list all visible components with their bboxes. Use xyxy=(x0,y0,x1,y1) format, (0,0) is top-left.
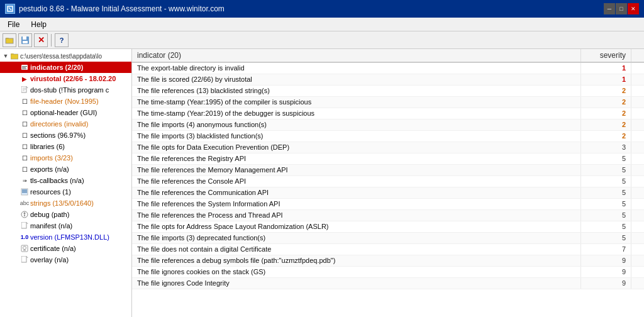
table-row[interactable]: The file ignores Code Integrity 9 xyxy=(132,278,644,289)
tree-item-manifest[interactable]: manifest (n/a) xyxy=(0,220,131,231)
tree-item-optional-header[interactable]: ☐ optional-header (GUI) xyxy=(0,107,131,118)
save-button[interactable] xyxy=(18,33,32,47)
expand-tls-icon xyxy=(11,176,20,185)
expand-ver-icon xyxy=(11,233,20,242)
manifest-label: manifest (n/a) xyxy=(30,222,72,230)
extra-cell xyxy=(631,131,644,142)
expand-lib-icon xyxy=(11,142,20,151)
close-button[interactable]: ✕ xyxy=(628,3,639,14)
tree-item-tls-callbacks[interactable]: ⇒ tls-callbacks (n/a) xyxy=(0,175,131,186)
severity-cell: 2 xyxy=(581,108,631,119)
tree-item-virustotal[interactable]: ▶ virustotal (22/66 - 18.02.20 xyxy=(0,73,131,84)
tree-item-resources[interactable]: resources (1) xyxy=(0,186,131,197)
strings-label: strings (13/5/0/1640) xyxy=(30,199,94,207)
svg-point-24 xyxy=(24,213,26,214)
table-row[interactable]: The file references a debug symbols file… xyxy=(132,255,644,267)
expand-imp-icon xyxy=(11,153,20,162)
table-row[interactable]: The file references the Communication AP… xyxy=(132,187,644,199)
table-row[interactable]: The file does not contain a digital Cert… xyxy=(132,244,644,255)
exports-label: exports (n/a) xyxy=(30,165,69,173)
main-content: ▼ c:\users\tessa.test\appdata\lo xyxy=(0,49,644,317)
extra-cell xyxy=(631,221,644,232)
overlay-icon xyxy=(20,255,29,264)
tree-item-file-header[interactable]: ☐ file-header (Nov.1995) xyxy=(0,96,131,107)
tree-item-certificate[interactable]: certificate (n/a) xyxy=(0,243,131,254)
indicator-cell: The file references a debug symbols file… xyxy=(132,255,581,266)
svg-rect-30 xyxy=(23,250,26,251)
help-button[interactable]: ? xyxy=(55,33,69,47)
table-row[interactable]: The file references the Memory Managemen… xyxy=(132,165,644,176)
table-row[interactable]: The file imports (4) anonymous function(… xyxy=(132,120,644,131)
expand-dbg-icon xyxy=(11,210,20,219)
severity-cell: 5 xyxy=(581,176,631,187)
severity-cell: 7 xyxy=(581,244,631,255)
help-menu[interactable]: Help xyxy=(26,19,52,30)
resources-label: resources (1) xyxy=(30,188,71,196)
file-menu[interactable]: File xyxy=(3,19,25,30)
extra-cell xyxy=(631,120,644,130)
table-row[interactable]: The file references the Registry API 5 xyxy=(132,153,644,165)
dos-icon xyxy=(20,86,29,94)
title-bar: pestudio 8.68 - Malware Initial Assessme… xyxy=(0,0,644,18)
extra-cell xyxy=(631,108,644,119)
indicator-cell: The file opts for Data Execution Prevent… xyxy=(132,142,581,153)
tree-item-sections[interactable]: ☐ sections (96.97%) xyxy=(0,130,131,141)
extra-cell xyxy=(631,176,644,187)
extra-column-header xyxy=(631,49,644,62)
window-title: pestudio 8.68 - Malware Initial Assessme… xyxy=(19,4,225,13)
tree-root[interactable]: ▼ c:\users\tessa.test\appdata\lo xyxy=(0,50,131,62)
tree-item-strings[interactable]: abc strings (13/5/0/1640) xyxy=(0,197,131,209)
open-folder-button[interactable] xyxy=(3,33,16,47)
table-row[interactable]: The file imports (3) blacklisted functio… xyxy=(132,131,644,142)
expand-sec-icon xyxy=(11,131,20,140)
expand-oh-icon xyxy=(11,108,20,117)
expand-exp-icon xyxy=(11,165,20,174)
severity-cell: 3 xyxy=(581,142,631,153)
tree-item-debug[interactable]: debug (path) xyxy=(0,209,131,220)
extra-cell xyxy=(631,74,644,85)
extra-cell xyxy=(631,255,644,266)
extra-cell xyxy=(631,86,644,96)
indicator-cell: The file references the Process and Thre… xyxy=(132,210,581,221)
dos-stub-label: dos-stub (!This program c xyxy=(30,86,109,94)
delete-button[interactable]: ✕ xyxy=(34,33,48,47)
exports-icon: ☐ xyxy=(20,165,29,174)
table-row[interactable]: The time-stamp (Year:1995) of the compil… xyxy=(132,97,644,108)
table-row[interactable]: The file imports (3) deprecated function… xyxy=(132,233,644,244)
debug-label: debug (path) xyxy=(30,211,69,218)
tree-item-overlay[interactable]: overlay (n/a) xyxy=(0,254,131,265)
file-header-label: file-header (Nov.1995) xyxy=(30,97,99,105)
table-row[interactable]: The file references the Console API 5 xyxy=(132,176,644,187)
table-row[interactable]: The file references (13) blacklisted str… xyxy=(132,86,644,97)
svg-marker-32 xyxy=(26,256,28,258)
tree-item-dos-stub[interactable]: dos-stub (!This program c xyxy=(0,84,131,96)
minimize-button[interactable]: ─ xyxy=(604,3,615,14)
tree-item-indicators[interactable]: indicators (2/20) xyxy=(0,62,131,73)
tree-item-libraries[interactable]: ☐ libraries (6) xyxy=(0,141,131,152)
tree-item-exports[interactable]: ☐ exports (n/a) xyxy=(0,164,131,175)
indicator-cell: The file opts for Address Space Layout R… xyxy=(132,221,581,232)
tls-callbacks-label: tls-callbacks (n/a) xyxy=(30,177,84,184)
table-row[interactable]: The file references the Process and Thre… xyxy=(132,210,644,221)
maximize-button[interactable]: □ xyxy=(616,3,627,14)
indicator-cell: The file imports (4) anonymous function(… xyxy=(132,120,581,130)
svg-marker-27 xyxy=(26,222,28,224)
menu-bar: File Help xyxy=(0,18,644,31)
table-row[interactable]: The file ignores cookies on the stack (G… xyxy=(132,267,644,278)
version-label: version (LFMSP13N.DLL) xyxy=(30,233,109,241)
tree-item-version[interactable]: 1.0 version (LFMSP13N.DLL) xyxy=(0,231,131,243)
severity-cell: 2 xyxy=(581,97,631,108)
tree-item-directories[interactable]: ☐ directories (invalid) xyxy=(0,118,131,130)
table-row[interactable]: The file opts for Address Space Layout R… xyxy=(132,221,644,233)
table-row[interactable]: The file is scored (22/66) by virustotal… xyxy=(132,74,644,86)
expand-dir-icon xyxy=(11,120,20,128)
libraries-icon: ☐ xyxy=(20,142,29,151)
table-row[interactable]: The file references the System Informati… xyxy=(132,199,644,210)
tree-item-imports[interactable]: ☐ imports (3/23) xyxy=(0,152,131,164)
expand-man-icon xyxy=(11,221,20,230)
indicator-cell: The file references (13) blacklisted str… xyxy=(132,86,581,96)
table-row[interactable]: The time-stamp (Year:2019) of the debugg… xyxy=(132,108,644,120)
extra-cell xyxy=(631,97,644,108)
table-row[interactable]: The file opts for Data Execution Prevent… xyxy=(132,142,644,153)
table-row[interactable]: The export-table directory is invalid 1 xyxy=(132,63,644,74)
